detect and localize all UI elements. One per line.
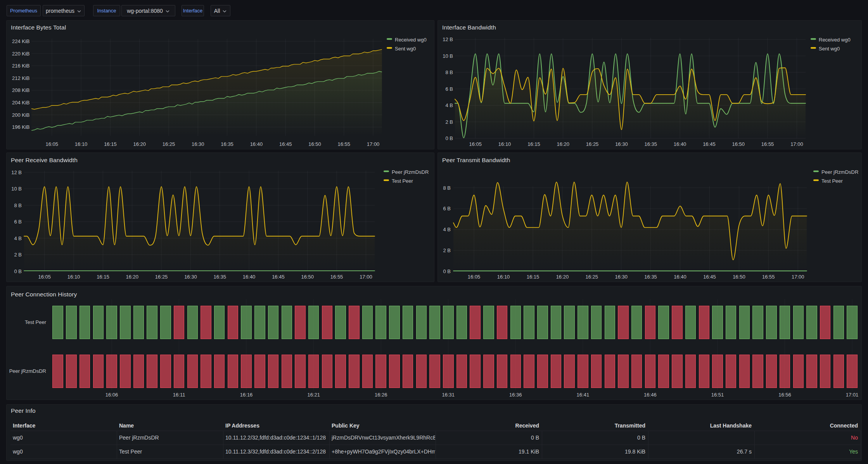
svg-text:16:10: 16:10 <box>75 141 88 147</box>
svg-text:16:15: 16:15 <box>527 274 539 280</box>
svg-text:208 KiB: 208 KiB <box>12 87 30 93</box>
svg-text:16:35: 16:35 <box>644 141 657 147</box>
svg-text:204 KiB: 204 KiB <box>12 100 30 106</box>
svg-text:16:25: 16:25 <box>163 141 175 147</box>
svg-text:8 B: 8 B <box>14 203 22 208</box>
svg-text:16:45: 16:45 <box>279 141 292 147</box>
svg-text:2 B: 2 B <box>445 119 453 125</box>
svg-text:16:35: 16:35 <box>221 141 233 147</box>
svg-text:2 B: 2 B <box>443 248 451 253</box>
svg-text:16:05: 16:05 <box>38 274 51 280</box>
svg-text:16:50: 16:50 <box>733 274 745 280</box>
svg-text:16:40: 16:40 <box>250 141 263 147</box>
svg-text:Sent wg0: Sent wg0 <box>395 46 416 52</box>
svg-text:17:00: 17:00 <box>792 274 804 280</box>
svg-text:0 B: 0 B <box>445 135 453 141</box>
svg-text:212 KiB: 212 KiB <box>12 75 30 81</box>
svg-text:16:35: 16:35 <box>644 274 657 280</box>
svg-text:16:55: 16:55 <box>762 274 775 280</box>
svg-text:16:45: 16:45 <box>703 141 716 147</box>
svg-text:Sent wg0: Sent wg0 <box>819 46 840 52</box>
svg-text:17:00: 17:00 <box>360 274 372 280</box>
svg-text:Test Peer: Test Peer <box>821 178 843 184</box>
svg-text:12 B: 12 B <box>11 170 22 175</box>
svg-text:17:00: 17:00 <box>367 141 380 147</box>
svg-text:224 KiB: 224 KiB <box>12 38 30 44</box>
svg-text:16:50: 16:50 <box>732 141 745 147</box>
svg-text:4 B: 4 B <box>445 102 453 108</box>
svg-text:8 B: 8 B <box>445 69 453 75</box>
svg-text:Received wg0: Received wg0 <box>395 37 427 43</box>
svg-text:16:20: 16:20 <box>133 141 146 147</box>
svg-text:17:00: 17:00 <box>790 141 803 147</box>
svg-text:Received wg0: Received wg0 <box>819 37 851 43</box>
svg-text:12 B: 12 B <box>443 36 453 42</box>
svg-text:16:55: 16:55 <box>761 141 774 147</box>
svg-text:10 B: 10 B <box>443 53 453 59</box>
svg-text:0 B: 0 B <box>443 268 451 274</box>
svg-text:16:15: 16:15 <box>97 274 109 280</box>
svg-text:16:55: 16:55 <box>338 141 351 147</box>
svg-text:8 B: 8 B <box>443 185 451 191</box>
svg-text:Peer jRzmDsDR: Peer jRzmDsDR <box>821 169 858 175</box>
svg-text:16:30: 16:30 <box>192 141 204 147</box>
svg-text:16:50: 16:50 <box>301 274 314 280</box>
svg-text:220 KiB: 220 KiB <box>12 51 30 57</box>
svg-text:16:30: 16:30 <box>615 141 628 147</box>
svg-text:16:10: 16:10 <box>498 141 511 147</box>
svg-text:16:40: 16:40 <box>674 274 686 280</box>
svg-text:6 B: 6 B <box>14 219 22 225</box>
svg-text:16:10: 16:10 <box>67 274 80 280</box>
svg-text:0 B: 0 B <box>14 268 22 274</box>
svg-text:16:10: 16:10 <box>497 274 510 280</box>
svg-text:6 B: 6 B <box>443 206 451 211</box>
svg-text:16:50: 16:50 <box>308 141 321 147</box>
svg-text:4 B: 4 B <box>14 235 22 241</box>
svg-text:16:05: 16:05 <box>468 274 481 280</box>
svg-text:16:25: 16:25 <box>586 274 598 280</box>
svg-text:200 KiB: 200 KiB <box>12 112 30 118</box>
svg-text:10 B: 10 B <box>11 186 22 192</box>
svg-text:Test Peer: Test Peer <box>392 178 413 184</box>
svg-text:16:40: 16:40 <box>674 141 686 147</box>
svg-text:6 B: 6 B <box>445 86 453 92</box>
svg-text:Peer jRzmDsDR: Peer jRzmDsDR <box>392 169 429 175</box>
svg-text:216 KiB: 216 KiB <box>12 63 30 69</box>
svg-text:16:05: 16:05 <box>46 141 59 147</box>
svg-text:16:05: 16:05 <box>469 141 482 147</box>
svg-text:16:25: 16:25 <box>586 141 599 147</box>
svg-text:2 B: 2 B <box>14 252 22 258</box>
svg-text:16:30: 16:30 <box>184 274 197 280</box>
svg-text:16:45: 16:45 <box>272 274 285 280</box>
svg-text:16:20: 16:20 <box>557 141 569 147</box>
svg-text:16:45: 16:45 <box>703 274 716 280</box>
svg-text:16:25: 16:25 <box>155 274 168 280</box>
svg-text:16:15: 16:15 <box>104 141 117 147</box>
svg-text:16:40: 16:40 <box>243 274 256 280</box>
svg-text:16:20: 16:20 <box>556 274 569 280</box>
svg-text:196 KiB: 196 KiB <box>12 124 30 130</box>
svg-text:16:35: 16:35 <box>213 274 226 280</box>
svg-text:16:15: 16:15 <box>527 141 540 147</box>
svg-text:16:20: 16:20 <box>126 274 138 280</box>
svg-text:16:55: 16:55 <box>330 274 343 280</box>
svg-text:16:30: 16:30 <box>615 274 628 280</box>
svg-text:4 B: 4 B <box>443 227 451 232</box>
